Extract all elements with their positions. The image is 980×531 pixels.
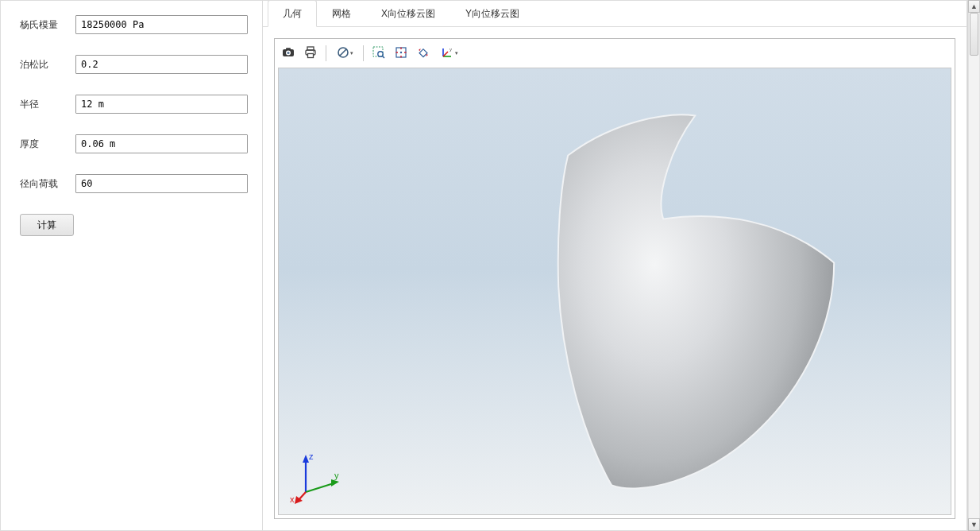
svg-point-7 [313,51,314,52]
print-button[interactable] [300,43,321,64]
svg-marker-23 [331,479,339,486]
triad-y-label: y [334,471,339,480]
toolbar-separator [363,45,364,61]
svg-point-14 [400,51,402,52]
chevron-down-icon: ▾ [455,50,458,56]
snapshot-button[interactable] [278,43,299,64]
svg-line-22 [306,483,334,492]
geometry-shell-surface [433,83,846,499]
radius-input[interactable] [75,95,248,114]
zoom-window-icon [372,45,386,62]
tab-mesh[interactable]: 网格 [317,0,366,27]
svg-point-3 [287,51,289,53]
scroll-track[interactable] [968,13,980,518]
orientation-triad: z y x [290,448,345,506]
param-label: 半径 [15,98,75,111]
radial-load-input[interactable] [75,174,248,193]
camera-icon [281,45,295,62]
svg-line-9 [340,49,346,56]
tab-x-displacement[interactable]: X向位移云图 [366,0,450,27]
thickness-input[interactable] [75,134,248,153]
svg-rect-15 [419,48,427,56]
param-row-youngs-modulus: 杨氏模量 [15,15,248,34]
tab-geometry[interactable]: 几何 [268,0,317,27]
param-label: 径向荷载 [15,177,75,191]
geometry-viewport[interactable]: z y x [278,68,951,515]
svg-point-11 [378,51,383,56]
tab-strip: 几何 网格 X向位移云图 Y向位移云图 [263,1,966,27]
rotate-icon [416,45,430,62]
axes-triad-icon: y [440,45,454,62]
app-root: 杨氏模量 泊松比 半径 厚度 径向荷载 计算 几何 网格 X向位移云图 Y向位移… [0,0,967,531]
fit-view-button[interactable] [391,43,411,64]
window-vertical-scrollbar[interactable]: ▲ ▼ [967,0,980,531]
svg-text:y: y [449,47,452,52]
svg-marker-21 [303,455,309,463]
param-label: 泊松比 [15,58,75,72]
youngs-modulus-input[interactable] [75,15,248,34]
param-row-thickness: 厚度 [15,134,248,153]
tab-y-displacement[interactable]: Y向位移云图 [450,0,534,27]
svg-line-18 [443,52,448,56]
zoom-window-button[interactable] [368,43,389,64]
compute-button[interactable]: 计算 [20,214,74,236]
toolbar-separator [326,45,326,61]
scroll-down-button[interactable]: ▼ [968,518,980,531]
viewer-panel: ▾ [274,38,955,519]
param-label: 杨氏模量 [15,18,75,32]
triad-z-label: z [309,452,314,461]
parameters-panel: 杨氏模量 泊松比 半径 厚度 径向荷载 计算 [1,1,263,530]
main-area: 几何 网格 X向位移云图 Y向位移云图 [263,1,966,530]
svg-line-12 [382,56,384,58]
poisson-ratio-input[interactable] [75,55,248,74]
view-orientation-button[interactable]: y ▾ [435,43,462,64]
param-row-radial-load: 径向荷载 [15,174,248,193]
svg-rect-1 [286,48,291,50]
scroll-up-button[interactable]: ▲ [968,0,980,13]
scroll-thumb[interactable] [970,13,978,56]
printer-icon [303,45,318,62]
param-row-radius: 半径 [15,95,248,114]
rotate-view-button[interactable] [413,43,434,64]
clear-selection-button[interactable]: ▾ [331,43,358,64]
svg-rect-6 [308,53,314,57]
param-row-poisson-ratio: 泊松比 [15,55,248,74]
fit-view-icon [394,45,408,62]
triad-x-label: x [290,494,295,504]
viewer-wrap: ▾ [263,27,966,530]
no-symbol-icon [337,46,349,61]
viewer-toolbar: ▾ [275,39,955,68]
chevron-down-icon: ▾ [350,50,353,56]
param-label: 厚度 [15,138,75,151]
